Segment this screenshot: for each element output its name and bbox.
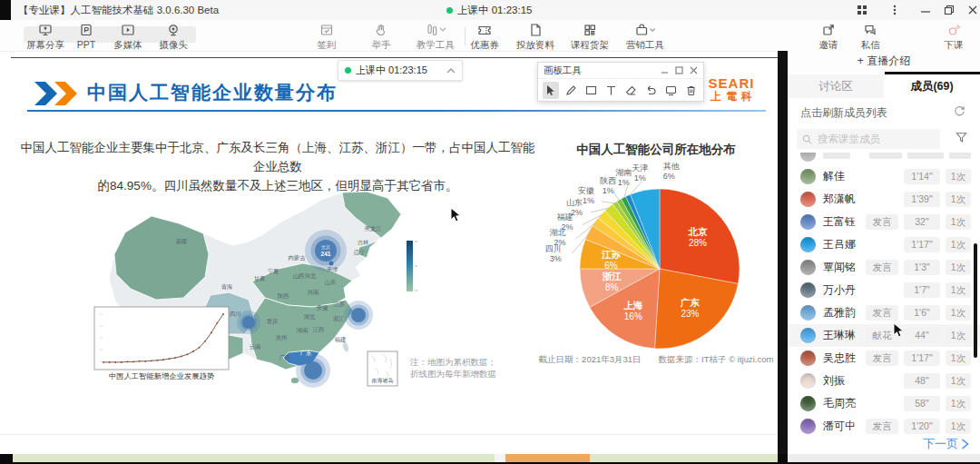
avatar (800, 169, 816, 184)
minimize-icon (920, 5, 931, 15)
member-row[interactable]: 潘可中发言1'20"1次 (788, 415, 980, 434)
refresh-members-row[interactable]: 点击刷新成员列表 (788, 98, 980, 125)
camera-icon (166, 23, 181, 37)
member-row[interactable]: 解佳1'14"1次 (788, 165, 980, 188)
svg-text:湖北: 湖北 (304, 313, 316, 321)
minimize-button[interactable] (916, 3, 935, 17)
tool-eraser[interactable] (622, 82, 639, 99)
ppt-button[interactable]: PPT (65, 23, 107, 50)
materials-button[interactable]: 投放资料 (509, 23, 562, 52)
timer-text: 上课中 01:23:15 (356, 64, 427, 77)
refresh-icon (954, 104, 965, 116)
member-row[interactable]: 吴忠胜发言1'17"1次 (788, 347, 980, 370)
member-row-hovered[interactable]: 王琳琳献花44"1次 (788, 324, 980, 347)
member-row[interactable]: 王富钰发言32"1次 (788, 211, 980, 233)
svg-text:6%: 6% (663, 172, 675, 181)
palette-minimize-icon[interactable] (661, 66, 669, 74)
class-status: 上课中 01:23:15 (446, 0, 532, 20)
class-timer-pill[interactable]: 上课中 01:23:15 (338, 60, 463, 81)
panel-divider-bar[interactable] (778, 51, 788, 464)
trash-icon (685, 84, 697, 96)
member-row[interactable]: 郑潇帆1'39"1次 (788, 188, 980, 211)
whiteboard-tools-palette: 画板工具 (537, 62, 704, 102)
member-row[interactable]: 万小丹1'7"1次 (788, 279, 980, 301)
member-row[interactable]: 王吕娜1'17"1次 (788, 233, 980, 256)
svg-text:8%: 8% (605, 282, 619, 292)
tool-screen[interactable] (662, 82, 679, 99)
title-bar: 【专业课】人工智能技术基础 3.0.6.30 Beta 上课中 01:23:15 (0, 0, 980, 21)
palette-maximize-icon[interactable] (675, 66, 683, 74)
close-button[interactable] (964, 3, 980, 17)
member-row[interactable]: 孟雅韵发言1'6"1次 (788, 301, 980, 324)
filter-button[interactable] (956, 132, 967, 143)
member-row[interactable]: 毛周亮58"1次 (788, 392, 980, 415)
svg-text:陕西: 陕西 (600, 176, 616, 185)
svg-text:四川: 四川 (230, 311, 241, 318)
svg-text:天津: 天津 (327, 266, 338, 273)
seari-logo: SEARI 上電科 (706, 76, 757, 104)
end-class-button[interactable]: 下课 (933, 23, 975, 52)
svg-text:浙江: 浙江 (333, 315, 345, 322)
course-shelf-button[interactable]: 课程货架 (564, 23, 616, 52)
tool-rectangle[interactable] (583, 82, 599, 99)
brand-cn-name: 上電科 (710, 90, 757, 104)
eraser-icon (625, 84, 637, 96)
teaching-tools-button[interactable]: 教学工具 (407, 23, 465, 52)
body-line-1: 中国人工智能企业主要集中于北京、广东及长三角（上海、江苏、浙江）一带，占中国人工… (16, 138, 539, 176)
check-in-button[interactable]: 签到 (305, 23, 348, 52)
svg-text:28%: 28% (689, 238, 707, 248)
refresh-hint-text: 点击刷新成员列表 (800, 105, 887, 121)
course-shelf-icon (583, 23, 597, 37)
invite-button[interactable]: 邀请 (808, 23, 849, 52)
tool-trash[interactable] (682, 82, 699, 99)
member-row[interactable]: 覃闻铭发言1'3"1次 (788, 256, 980, 279)
member-row-partial[interactable] (788, 153, 980, 165)
tab-members[interactable]: 成员(69) (884, 74, 980, 98)
cursor-icon (545, 84, 556, 96)
svg-text:江西: 江西 (312, 326, 325, 333)
member-row[interactable]: 刘振48"1次 (788, 370, 980, 392)
svg-text:6%: 6% (604, 261, 618, 271)
tool-select-cursor[interactable] (543, 82, 559, 99)
multimedia-button[interactable]: 多媒体 (105, 23, 151, 52)
svg-text:山东: 山东 (566, 198, 583, 207)
next-page-button[interactable]: 下一页 (923, 434, 969, 454)
svg-text:广西: 广西 (279, 354, 291, 361)
map-color-legend (407, 241, 413, 291)
more-menu-button[interactable] (886, 3, 904, 17)
svg-text:山西: 山西 (293, 272, 305, 280)
coupon-button[interactable]: 优惠券 (462, 23, 507, 52)
direct-message-button[interactable]: 私信 (849, 23, 891, 52)
bottom-edge-strip (0, 454, 980, 464)
tool-text[interactable] (603, 82, 619, 99)
screen-share-button[interactable]: 屏幕分享 (20, 23, 71, 52)
tool-undo[interactable] (642, 82, 659, 99)
member-list-scrollbar[interactable] (974, 243, 977, 358)
member-search-box[interactable] (797, 129, 940, 149)
raise-hand-button[interactable]: 举手 (359, 23, 403, 52)
slide-title: 中国人工智能企业数量分布 (87, 80, 338, 105)
chevron-right-icon (961, 439, 969, 449)
invite-icon (821, 23, 836, 37)
tab-discussion[interactable]: 讨论区 (788, 74, 884, 98)
map-taiwan (341, 341, 349, 352)
avatar (800, 419, 816, 434)
live-dot (345, 67, 351, 74)
restore-button[interactable] (940, 3, 958, 17)
refresh-button[interactable] (954, 104, 965, 116)
layout-grid-button[interactable] (853, 3, 871, 17)
svg-text:2%: 2% (561, 222, 573, 232)
marketing-tools-button[interactable]: 营销工具 (616, 23, 674, 52)
multimedia-icon (121, 23, 135, 37)
inset-chart-caption: 中国人工智能新增企业发展趋势 (109, 371, 215, 380)
member-search-input[interactable] (816, 133, 928, 145)
check-in-icon (319, 23, 334, 37)
camera-button[interactable]: 摄像头 (151, 23, 196, 52)
palette-close-icon[interactable] (690, 66, 698, 74)
live-intro-button[interactable]: + 直播介绍 (788, 51, 980, 72)
bottom-status-bar: 网络良好 (0, 434, 778, 455)
tool-pen[interactable] (563, 82, 579, 99)
monitor-icon (665, 84, 677, 96)
pagination-row: 下一页 (788, 434, 980, 454)
svg-text:贵州: 贵州 (276, 334, 288, 341)
